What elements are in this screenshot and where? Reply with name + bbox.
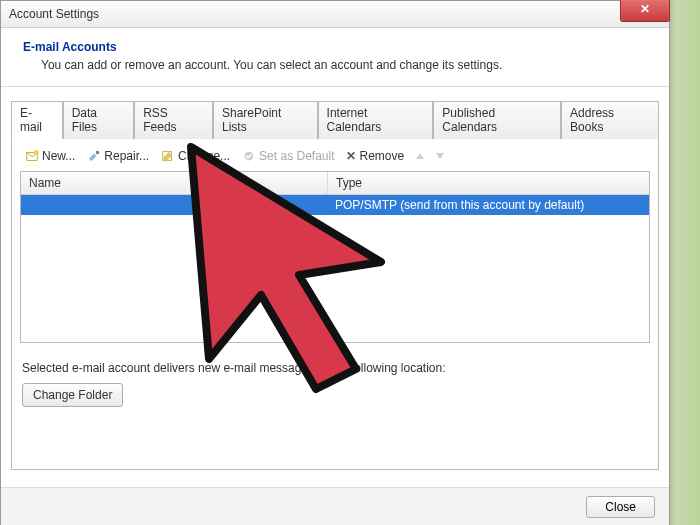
titlebar: Account Settings ✕ xyxy=(1,1,669,28)
remove-button[interactable]: ✕ Remove xyxy=(343,147,407,165)
svg-point-1 xyxy=(34,150,39,155)
new-button[interactable]: New... xyxy=(22,147,78,165)
tab-published-calendars[interactable]: Published Calendars xyxy=(433,101,561,139)
change-folder-button[interactable]: Change Folder xyxy=(22,383,123,407)
list-header: Name Type xyxy=(21,172,649,195)
change-label: Change... xyxy=(178,149,230,163)
col-name-header[interactable]: Name xyxy=(21,172,328,194)
col-type-header[interactable]: Type xyxy=(328,172,649,194)
remove-label: Remove xyxy=(359,149,404,163)
move-down-button[interactable] xyxy=(433,151,447,161)
tab-rss-feeds[interactable]: RSS Feeds xyxy=(134,101,213,139)
remove-icon: ✕ xyxy=(346,149,356,163)
set-default-label: Set as Default xyxy=(259,149,334,163)
close-icon: ✕ xyxy=(640,2,650,16)
header-title: E-mail Accounts xyxy=(23,40,651,54)
arrow-up-icon xyxy=(416,153,424,159)
row-type: POP/SMTP (send from this account by defa… xyxy=(327,195,649,215)
move-up-button[interactable] xyxy=(413,151,427,161)
header-desc: You can add or remove an account. You ca… xyxy=(41,58,651,72)
tab-panel: New... Repair... Change... Set as Defaul… xyxy=(11,139,659,470)
set-default-button: Set as Default xyxy=(239,147,337,165)
repair-label: Repair... xyxy=(104,149,149,163)
tab-container: E-mail Data Files RSS Feeds SharePoint L… xyxy=(1,87,669,470)
table-row[interactable]: POP/SMTP (send from this account by defa… xyxy=(21,195,649,215)
repair-button[interactable]: Repair... xyxy=(84,147,152,165)
account-list: Name Type POP/SMTP (send from this accou… xyxy=(20,171,650,343)
new-label: New... xyxy=(42,149,75,163)
tab-email[interactable]: E-mail xyxy=(11,101,63,139)
set-default-icon xyxy=(242,149,256,163)
account-settings-window: Account Settings ✕ E-mail Accounts You c… xyxy=(0,0,670,525)
svg-point-2 xyxy=(96,151,100,155)
row-name xyxy=(21,195,327,215)
arrow-down-icon xyxy=(436,153,444,159)
footer: Close xyxy=(1,487,669,525)
change-button[interactable]: Change... xyxy=(158,147,233,165)
tab-data-files[interactable]: Data Files xyxy=(63,101,135,139)
toolbar: New... Repair... Change... Set as Defaul… xyxy=(12,139,658,171)
tab-sharepoint-lists[interactable]: SharePoint Lists xyxy=(213,101,318,139)
close-button[interactable]: Close xyxy=(586,496,655,518)
repair-icon xyxy=(87,149,101,163)
header: E-mail Accounts You can add or remove an… xyxy=(1,28,669,87)
change-icon xyxy=(161,149,175,163)
new-icon xyxy=(25,149,39,163)
tab-address-books[interactable]: Address Books xyxy=(561,101,659,139)
window-close-button[interactable]: ✕ xyxy=(620,0,670,22)
below-section: Selected e-mail account delivers new e-m… xyxy=(12,343,658,407)
tab-internet-calendars[interactable]: Internet Calendars xyxy=(318,101,434,139)
tabs: E-mail Data Files RSS Feeds SharePoint L… xyxy=(11,101,659,139)
window-title: Account Settings xyxy=(9,7,99,21)
background-strip xyxy=(669,0,700,525)
delivery-text: Selected e-mail account delivers new e-m… xyxy=(22,361,648,375)
